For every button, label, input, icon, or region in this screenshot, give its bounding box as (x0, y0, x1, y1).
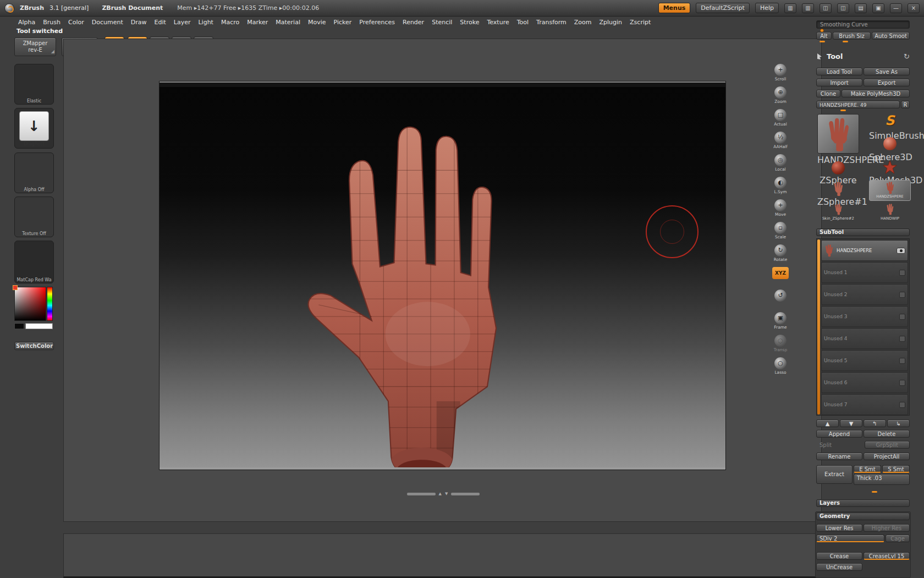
strip-scale-button[interactable]: ▫ Scale (769, 222, 792, 244)
menu-item-color[interactable]: Color (64, 19, 88, 26)
current-texture-button[interactable]: Texture Off (14, 197, 54, 237)
sdiv-slider[interactable]: SDiv 2 (816, 535, 884, 542)
subtool-demote-button[interactable]: ↳ (887, 419, 910, 427)
help-button[interactable]: Help (755, 3, 779, 13)
subtool-section-header[interactable]: SubTool (816, 228, 910, 236)
hue-strip[interactable] (47, 287, 53, 321)
import-button[interactable]: Import (816, 79, 862, 86)
save-as-button[interactable]: Save As (864, 68, 910, 75)
auto-smooth-button[interactable]: Auto Smoot (872, 32, 910, 40)
menu-item-marker[interactable]: Marker (243, 19, 272, 26)
menu-item-tool[interactable]: Tool (513, 19, 532, 26)
thick-slider[interactable]: Thick .03 (854, 474, 910, 485)
skin-zsphere2-button[interactable] (817, 203, 859, 216)
document-canvas[interactable] (160, 81, 725, 470)
current-brush-button[interactable]: Elastic (14, 64, 54, 105)
close-icon[interactable]: × (908, 3, 920, 13)
subtool-item-unused[interactable]: Unused 4 (821, 328, 908, 349)
menu-item-alpha[interactable]: Alpha (14, 19, 39, 26)
minimize-icon[interactable]: — (890, 3, 902, 13)
active-tool-thumbnail[interactable] (817, 114, 859, 154)
s-smt-button[interactable]: S Smt (882, 465, 910, 473)
subtool-item-icon[interactable] (899, 402, 905, 408)
geometry-section-header[interactable]: Geometry (816, 512, 910, 520)
e-smt-button[interactable]: E Smt (854, 465, 881, 473)
menu-item-layer[interactable]: Layer (170, 19, 195, 26)
menu-item-stroke[interactable]: Stroke (456, 19, 483, 26)
strip-zoom-button[interactable]: ⊕ Zoom (769, 86, 792, 109)
canvas-scroll-down-icon[interactable]: ▼ (445, 492, 448, 496)
crease-lvl-slider[interactable]: CreaseLvl 15 (864, 552, 910, 560)
menu-item-edit[interactable]: Edit (151, 19, 170, 26)
menu-item-macro[interactable]: Macro (217, 19, 243, 26)
menus-button[interactable]: Menus (658, 3, 691, 13)
handwip-button[interactable] (869, 203, 911, 216)
subtool-item-icon[interactable] (899, 292, 905, 298)
subtool-move-down-button[interactable]: ▼ (840, 419, 862, 427)
color-picker[interactable] (14, 287, 54, 340)
canvas-scroll-widget[interactable]: ▲ ▼ (394, 491, 493, 497)
strip-lsym-button[interactable]: ◐ L.Sym (769, 177, 792, 199)
subtool-item-icon[interactable] (899, 314, 905, 320)
sphere3d-button[interactable] (869, 137, 911, 150)
menu-item-zscript[interactable]: Zscript (626, 19, 654, 26)
tool-refresh-icon[interactable]: ↻ (904, 52, 910, 61)
layers-section-header[interactable]: Layers (816, 499, 910, 507)
lock-icon[interactable]: ▣ (872, 3, 884, 13)
layout-icon-2[interactable]: ◫ (837, 3, 849, 13)
active-tool-slider[interactable]: HANDZSHPERE. 49 (816, 101, 900, 108)
subtool-item-unused[interactable]: Unused 6 (821, 372, 908, 393)
subtool-item-icon[interactable] (899, 358, 905, 364)
menu-item-document[interactable]: Document (88, 19, 127, 26)
alt-button[interactable]: Alt (816, 32, 832, 40)
menu-item-transform[interactable]: Transform (532, 19, 570, 26)
grid-icon[interactable]: ▤ (855, 3, 867, 13)
make-polymesh3d-button[interactable]: Make PolyMesh3D (842, 90, 910, 97)
canvas-scroll-bar-left[interactable] (407, 493, 436, 495)
color-gradient-square[interactable] (14, 287, 46, 321)
subtool-item-selected[interactable]: HANDZSHPERE (821, 240, 908, 261)
menu-item-light[interactable]: Light (194, 19, 217, 26)
projectall-button[interactable]: ProjectAll (864, 452, 910, 460)
simple-brush-button[interactable]: S (869, 113, 911, 129)
brush-size-button[interactable]: Brush Siz (833, 32, 871, 40)
menu-item-picker[interactable]: Picker (330, 19, 356, 26)
load-tool-button[interactable]: Load Tool (816, 68, 862, 75)
default-zscript-button[interactable]: DefaultZScript (696, 3, 750, 13)
strip-local-button[interactable]: ◎ Local (769, 154, 792, 177)
polymesh3d-button[interactable] (869, 160, 911, 177)
secondary-color-swatch[interactable] (14, 323, 24, 329)
strip-scroll-button[interactable]: + Scroll (769, 64, 792, 86)
current-alpha-button[interactable]: Alpha Off (14, 152, 54, 193)
switch-color-button[interactable]: SwitchColor (14, 342, 54, 350)
subtool-item-unused[interactable]: Unused 3 (821, 306, 908, 327)
current-material-button[interactable]: MatCap Red Wa (14, 241, 54, 283)
menu-item-zplugin[interactable]: Zplugin (596, 19, 626, 26)
tool-palette-header[interactable]: Tool ↻ (816, 51, 910, 62)
menu-item-render[interactable]: Render (399, 19, 428, 26)
lower-res-button[interactable]: Lower Res (816, 524, 862, 532)
subtool-item-unused[interactable]: Unused 5 (821, 350, 908, 371)
smoothing-curve-slider[interactable]: Smoothing Curve (816, 20, 910, 29)
dial-icon-2[interactable]: ▥ (802, 3, 814, 13)
subtool-item-unused[interactable]: Unused 2 (821, 284, 908, 305)
menu-item-material[interactable]: Material (272, 19, 304, 26)
canvas-scroll-bar-right[interactable] (451, 493, 480, 495)
export-button[interactable]: Export (864, 79, 910, 86)
extract-button[interactable]: Extract (816, 465, 853, 484)
subtool-scrollbar[interactable] (817, 239, 820, 415)
current-stroke-button[interactable]: ↓ DragRect (14, 108, 54, 149)
zsphere-button[interactable] (817, 161, 859, 175)
subtool-item-icon[interactable] (899, 380, 905, 386)
subtool-move-up-button[interactable]: ▲ (816, 419, 839, 427)
strip-transp-button[interactable]: ◌ Transp (769, 335, 792, 357)
strip-rotate-button[interactable]: ↻ Rotate (769, 244, 792, 267)
menu-item-draw[interactable]: Draw (127, 19, 151, 26)
strip-move-button[interactable]: + Move (769, 199, 792, 222)
dial-icon-1[interactable]: ▥ (784, 3, 796, 13)
r-button[interactable]: R (901, 101, 910, 108)
zsphere1-button[interactable] (817, 181, 859, 198)
menu-item-zoom[interactable]: Zoom (570, 19, 596, 26)
menu-item-movie[interactable]: Movie (304, 19, 330, 26)
primary-color-swatch[interactable] (25, 323, 53, 329)
